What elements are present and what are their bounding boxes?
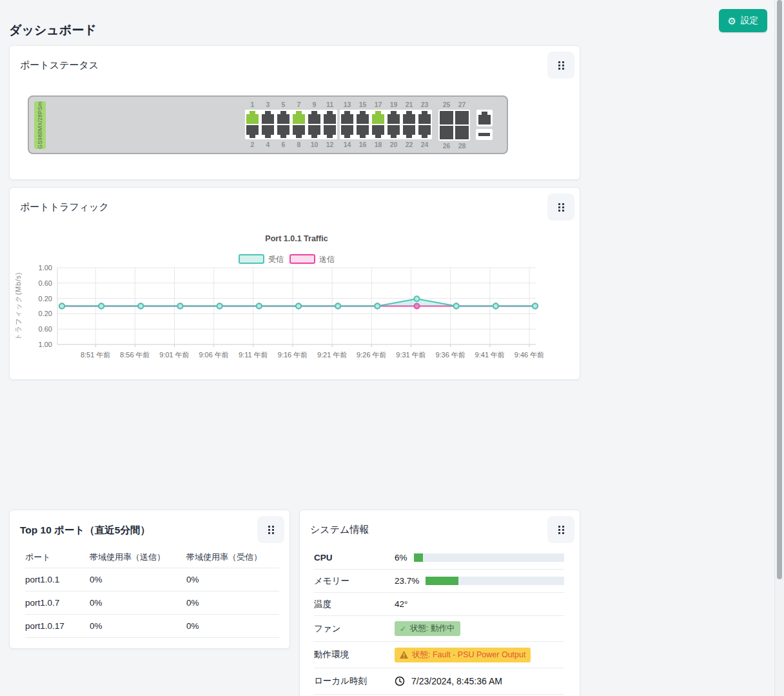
legend-swatch	[290, 255, 315, 263]
y-tick-label: 0.60	[39, 325, 52, 333]
data-point	[493, 304, 498, 309]
port-6[interactable]	[277, 125, 289, 138]
port-14[interactable]	[341, 125, 353, 138]
port-19[interactable]	[387, 111, 400, 124]
port-5[interactable]	[277, 111, 289, 124]
y-tick-label: 1.00	[39, 264, 52, 272]
row-value: ✓状態: 動作中	[395, 621, 564, 636]
console-slot-box	[476, 129, 493, 140]
progress-fill	[426, 577, 458, 585]
top-ports-drag-handle[interactable]	[257, 516, 284, 543]
drag-handle-icon	[558, 526, 564, 534]
mgmt-port-box	[476, 110, 493, 126]
y-tick-label: 0.60	[39, 279, 52, 287]
scrollbar-thumb[interactable]	[777, 0, 782, 579]
port-4[interactable]	[262, 125, 274, 138]
port-25[interactable]	[440, 111, 453, 124]
system-info-drag-handle[interactable]	[547, 516, 574, 543]
port-24[interactable]	[418, 125, 431, 138]
port-0[interactable]	[478, 112, 491, 124]
x-tick-label: 8:56 午前	[120, 351, 150, 359]
system-info-row: ファン✓状態: 動作中	[314, 616, 564, 642]
port-group: 131517192123141618202224	[340, 100, 432, 149]
port-group: 135791124681012	[245, 100, 337, 149]
data-point	[59, 304, 64, 309]
port-3[interactable]	[262, 111, 274, 124]
data-point	[257, 304, 262, 309]
port-2[interactable]	[246, 125, 259, 138]
port-block	[340, 110, 432, 139]
local-time-text: 7/23/2024, 8:45:36 AM	[411, 676, 502, 686]
port-group	[476, 100, 493, 150]
port-7[interactable]	[293, 111, 305, 124]
table-cell: port1.0.17	[25, 621, 90, 631]
port-numbers: 131517192123	[341, 100, 431, 109]
console-slot[interactable]	[478, 133, 490, 136]
system-info-row: メモリー23.7%	[314, 570, 564, 593]
data-point	[454, 304, 459, 309]
x-tick-label: 9:31 午前	[396, 351, 426, 359]
port-17[interactable]	[372, 111, 384, 124]
column-header: ポート	[25, 552, 90, 563]
port-13[interactable]	[341, 111, 353, 124]
x-tick-label: 9:46 午前	[514, 351, 544, 359]
port-block	[438, 110, 470, 141]
table-cell: 0%	[90, 621, 186, 631]
port-18[interactable]	[372, 125, 384, 138]
x-tick-label: 9:41 午前	[475, 351, 505, 359]
port-block	[245, 110, 337, 139]
row-label: メモリー	[314, 575, 395, 587]
port-status-drag-handle[interactable]	[547, 52, 574, 79]
port-numbers: 2527	[440, 100, 469, 109]
x-tick-label: 9:01 午前	[159, 351, 189, 359]
scrollbar-track[interactable]	[774, 0, 784, 696]
port-16[interactable]	[357, 125, 369, 138]
y-tick-label: 0.20	[39, 295, 52, 303]
percent-text: 6%	[395, 553, 407, 562]
port-12[interactable]	[324, 125, 336, 138]
table-cell: 0%	[90, 575, 186, 584]
row-value: 6%	[395, 553, 564, 562]
port-20[interactable]	[387, 125, 400, 138]
port-21[interactable]	[403, 111, 415, 124]
legend-label: 受信	[268, 255, 284, 264]
chart-title: Port 1.0.1 Traffic	[265, 234, 328, 243]
port-26[interactable]	[440, 126, 453, 139]
port-10[interactable]	[308, 125, 320, 138]
port-11[interactable]	[324, 111, 336, 124]
x-tick-label: 9:11 午前	[239, 351, 268, 359]
port-27[interactable]	[455, 111, 469, 124]
y-tick-label: 1.00	[39, 341, 52, 348]
port-traffic-drag-handle[interactable]	[547, 194, 574, 221]
port-9[interactable]	[308, 111, 320, 124]
port-traffic-title: ポートトラフィック	[20, 201, 109, 214]
switch-model-label: GS980MX/28PSm	[34, 101, 46, 149]
port-28[interactable]	[455, 126, 469, 139]
port-numbers: 1357911	[246, 100, 336, 109]
drag-handle-icon	[268, 526, 274, 534]
port-8[interactable]	[293, 125, 305, 138]
system-info-rows: CPU6%メモリー23.7%温度42°ファン✓状態: 動作中動作環境状態: Fa…	[314, 546, 564, 695]
port-1[interactable]	[246, 111, 259, 124]
x-tick-label: 9:06 午前	[199, 351, 228, 359]
port-15[interactable]	[357, 111, 369, 124]
table-header-row: ポート帯域使用率（送信）帯域使用率（受信）	[25, 546, 279, 568]
port-23[interactable]	[418, 111, 431, 124]
status-badge-ok: ✓状態: 動作中	[395, 621, 460, 636]
column-header: 帯域使用率（受信）	[186, 552, 279, 563]
row-value: 42°	[395, 599, 564, 609]
row-label: 温度	[314, 599, 395, 610]
clock-icon	[395, 676, 405, 686]
data-point	[178, 304, 183, 309]
data-point	[335, 304, 340, 309]
table-cell: 0%	[186, 621, 279, 631]
settings-button-label: 設定	[741, 15, 758, 26]
system-info-row: CPU6%	[314, 546, 564, 570]
x-tick-label: 9:21 午前	[317, 351, 347, 359]
table-row: port1.0.10%0%	[25, 568, 279, 592]
gear-icon: ⚙	[728, 16, 736, 26]
status-badge-warning: 状態: Fault - PSU Power Output	[395, 648, 531, 662]
settings-button[interactable]: ⚙ 設定	[719, 9, 767, 32]
port-numbers: 24681012	[246, 140, 336, 149]
port-22[interactable]	[403, 125, 415, 138]
